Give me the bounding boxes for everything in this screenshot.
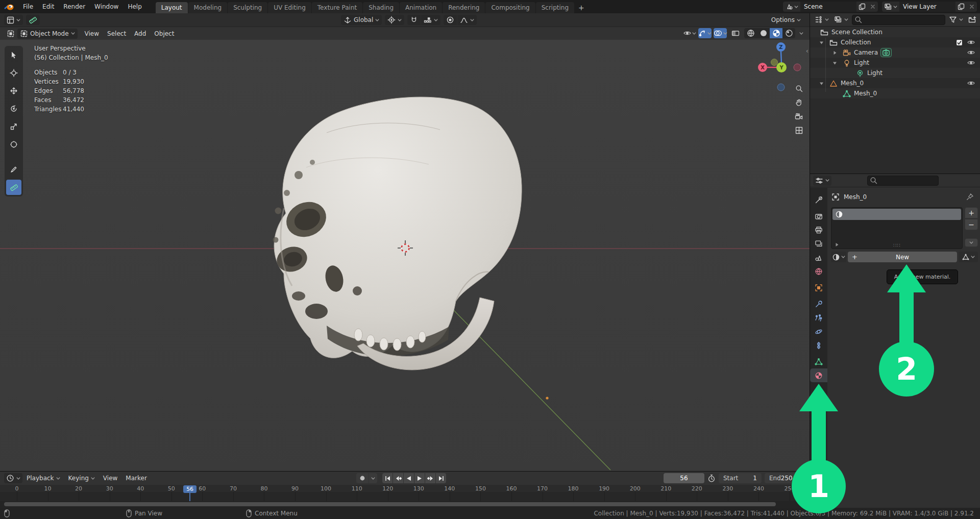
- properties-tab-world[interactable]: [810, 264, 827, 278]
- tool-move[interactable]: [6, 83, 21, 98]
- remove-slot-button[interactable]: −: [965, 219, 978, 230]
- visibility-eye-icon[interactable]: [967, 40, 975, 45]
- view-layer-browse-button[interactable]: [882, 2, 899, 12]
- tool-annotate[interactable]: [6, 162, 21, 177]
- add-slot-button[interactable]: +: [965, 207, 978, 218]
- breadcrumb-object-name[interactable]: Mesh_0: [844, 193, 867, 201]
- disclosure-closed-icon[interactable]: [832, 51, 837, 55]
- timeline-menu-view[interactable]: View: [99, 472, 121, 485]
- outliner-row-mesh-0[interactable]: Mesh_0: [810, 88, 980, 98]
- slot-list-grip[interactable]: ∷∷: [831, 242, 962, 248]
- pin-icon[interactable]: [966, 193, 974, 201]
- pan-hand-icon[interactable]: [795, 98, 803, 107]
- viewport-menu-object[interactable]: Object: [150, 27, 178, 40]
- properties-tab-scene[interactable]: [810, 251, 827, 264]
- outliner-filter-options[interactable]: [947, 15, 965, 25]
- timeline-track-area[interactable]: 56: [0, 492, 810, 501]
- timeline-editor-type-button[interactable]: [4, 473, 22, 483]
- properties-tab-tool[interactable]: [810, 193, 827, 207]
- tab-texture-paint[interactable]: Texture Paint: [312, 2, 362, 13]
- properties-tab-particles[interactable]: [810, 311, 827, 325]
- camera-data-badge-icon[interactable]: [880, 48, 892, 57]
- tool-transform[interactable]: [6, 137, 21, 152]
- stopwatch-icon[interactable]: [707, 474, 716, 483]
- timeline-menu-marker[interactable]: Marker: [121, 472, 151, 485]
- viewport-editor-type-button[interactable]: [4, 29, 17, 39]
- properties-tab-object[interactable]: [810, 281, 827, 294]
- outliner-row-mesh-0[interactable]: Mesh_0: [810, 78, 980, 88]
- tool-measure[interactable]: [6, 180, 21, 195]
- shading-options-dropdown[interactable]: [797, 28, 805, 38]
- outliner-display-mode-dropdown[interactable]: [813, 15, 830, 25]
- playback-jump-end-button[interactable]: [436, 473, 446, 483]
- tab-sculpting[interactable]: Sculpting: [228, 2, 267, 13]
- menu-file[interactable]: File: [18, 0, 38, 13]
- tab-rendering[interactable]: Rendering: [443, 2, 485, 13]
- properties-search-input[interactable]: [878, 177, 928, 184]
- falloff-dropdown[interactable]: [457, 15, 477, 25]
- outliner-row-camera[interactable]: Camera: [810, 47, 980, 58]
- transform-orientation-dropdown[interactable]: Global: [341, 15, 382, 25]
- disclosure-open-icon[interactable]: [819, 81, 824, 86]
- viewport-menu-add[interactable]: Add: [130, 27, 150, 40]
- timeline-menu-playback[interactable]: Playback: [22, 472, 64, 485]
- tool-rotate[interactable]: [6, 101, 21, 116]
- properties-tab-physics[interactable]: [810, 325, 827, 338]
- xray-toggle[interactable]: [729, 28, 742, 38]
- disclosure-open-icon[interactable]: [819, 40, 824, 45]
- scene-unlink-button[interactable]: [868, 2, 878, 12]
- browse-material-button[interactable]: [831, 252, 846, 262]
- outliner-search-input[interactable]: [863, 16, 930, 23]
- link-material-button[interactable]: [959, 252, 978, 262]
- playback-jump-start-button[interactable]: [382, 473, 393, 483]
- playback-prev-keyframe-button[interactable]: [393, 473, 403, 483]
- auto-keying-dropdown[interactable]: [369, 473, 377, 483]
- show-hide-dropdown[interactable]: [683, 28, 696, 38]
- scene-name-field[interactable]: Scene: [800, 2, 856, 12]
- properties-tab-modifiers[interactable]: [810, 297, 827, 311]
- shading-solid-button[interactable]: [757, 28, 770, 38]
- properties-tab-material[interactable]: [810, 368, 827, 382]
- visibility-eye-icon[interactable]: [967, 50, 975, 55]
- scene-copy-button[interactable]: [856, 2, 868, 12]
- tab-uv-editing[interactable]: UV Editing: [268, 2, 311, 13]
- tab-modeling[interactable]: Modeling: [188, 2, 228, 13]
- blender-logo-icon[interactable]: [4, 3, 14, 11]
- tab-compositing[interactable]: Compositing: [485, 2, 535, 13]
- playback-next-keyframe-button[interactable]: [425, 473, 435, 483]
- disclosure-open-icon[interactable]: [832, 61, 837, 65]
- view-layer-name-field[interactable]: View Layer: [899, 2, 955, 12]
- playhead-line[interactable]: [189, 492, 190, 501]
- pivot-point-dropdown[interactable]: [385, 15, 404, 25]
- outliner-row-scene-collection[interactable]: Scene Collection: [810, 27, 980, 37]
- viewport-menu-view[interactable]: View: [81, 27, 103, 40]
- timeline-menu-keying[interactable]: Keying: [64, 472, 99, 485]
- collapse-panel-arrow[interactable]: ‹: [806, 47, 808, 55]
- playback-play-reverse-button[interactable]: [404, 473, 414, 483]
- collection-checkbox[interactable]: [956, 39, 963, 46]
- tab-scripting[interactable]: Scripting: [536, 2, 574, 13]
- material-slot-item[interactable]: [832, 209, 961, 220]
- auto-keying-button[interactable]: [356, 473, 369, 483]
- properties-tab-view-layer[interactable]: [810, 237, 827, 251]
- shading-wireframe-button[interactable]: [744, 28, 757, 38]
- menu-help[interactable]: Help: [123, 0, 146, 13]
- proportional-editing-toggle[interactable]: [444, 15, 457, 25]
- gizmos-toggle[interactable]: [698, 28, 712, 38]
- new-material-button[interactable]: + New: [848, 252, 957, 262]
- camera-view-icon[interactable]: [795, 113, 803, 120]
- timeline-scrollbar-handle[interactable]: [4, 502, 776, 506]
- outliner-row-collection[interactable]: Collection: [810, 37, 980, 47]
- shading-material-preview-button[interactable]: [770, 28, 782, 38]
- scene-browse-button[interactable]: [783, 2, 800, 12]
- snap-toggle[interactable]: [407, 15, 421, 25]
- outliner-row-light[interactable]: Light: [810, 58, 980, 68]
- viewport-canvas[interactable]: User Perspective (56) Collection | Mesh_…: [0, 40, 810, 471]
- active-tool-button[interactable]: [26, 15, 40, 25]
- viewport-menu-select[interactable]: Select: [103, 27, 130, 40]
- end-frame-field[interactable]: End 250: [765, 473, 807, 483]
- outliner-filter-dropdown[interactable]: [832, 15, 850, 25]
- timeline-ruler[interactable]: 0102030405060708090100110120130140150160…: [0, 485, 810, 492]
- view-layer-unlink-button[interactable]: [967, 2, 977, 12]
- tab-layout[interactable]: Layout: [156, 2, 188, 13]
